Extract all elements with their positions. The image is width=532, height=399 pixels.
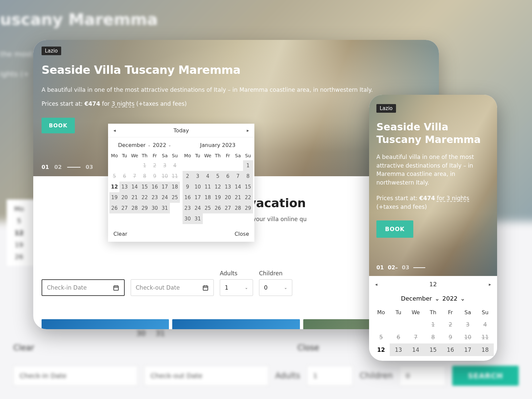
m-hero-pager[interactable]: 01 02– 03 [376,264,425,271]
dp-day[interactable]: 29 [140,203,150,213]
dp-day: 1 [140,160,150,171]
dp-day[interactable]: 18 [170,182,180,192]
adults-select[interactable]: 1 ⌄ [220,279,253,296]
dp-day[interactable]: 24 [160,192,170,203]
dp-day[interactable]: 29 [243,203,253,213]
datepicker-popup: ◂ Today ▸ December⌄ 2022⌄MoTuWeThFrSaSu1… [108,124,254,242]
dp-day[interactable]: 6 [223,171,233,182]
m-dp-day[interactable]: 16 [442,343,459,356]
dp-day[interactable]: 28 [233,203,243,213]
dp-day[interactable]: 19 [109,192,119,203]
m-dp-next-button[interactable]: ▸ [489,282,491,287]
dp-day[interactable]: 18 [203,192,213,203]
dp-month-title[interactable]: December⌄ 2022⌄ [109,139,180,151]
dp-day[interactable]: 26 [109,203,119,213]
dp-day[interactable]: 25 [170,192,180,203]
book-button[interactable]: BOOK [42,118,75,133]
dp-day[interactable]: 14 [233,182,243,192]
checkout-input[interactable]: Check-out Date [131,279,214,296]
checkin-input[interactable]: Check-in Date [42,279,125,296]
dp-day[interactable]: 21 [233,192,243,203]
dp-dow-header: Mo [183,151,193,160]
dp-day[interactable]: 30 [150,203,160,213]
dp-day[interactable]: 31 [193,213,202,224]
chevron-down-icon: ⌄ [148,143,151,147]
m-location-tag[interactable]: Lazio [376,104,396,113]
m-dp-day: 5 [372,331,390,343]
dp-day[interactable]: 11 [203,182,213,192]
dp-day[interactable]: 3 [193,171,202,182]
dp-day[interactable]: 12 [213,182,223,192]
dp-day[interactable]: 28 [130,203,140,213]
dp-day[interactable]: 17 [160,182,170,192]
dp-close-button[interactable]: Close [234,231,249,237]
dp-day[interactable]: 27 [223,203,233,213]
dp-clear-button[interactable]: Clear [113,231,127,237]
dp-day[interactable]: 16 [183,192,193,203]
m-dp-day[interactable]: 17 [459,343,476,356]
dp-day[interactable]: 15 [140,182,150,192]
dp-day[interactable]: 22 [243,192,253,203]
m-pager-3[interactable]: 03 [402,264,409,271]
dp-day[interactable]: 1 [243,160,253,171]
dp-day: 7 [130,171,140,182]
dp-day: 4 [170,160,180,171]
dp-dow-header: Tu [193,151,202,160]
pager-2[interactable]: 02 [54,164,62,170]
dp-day[interactable]: 10 [193,182,202,192]
dp-day[interactable]: 23 [183,203,193,213]
pager-1[interactable]: 01 [42,164,49,170]
m-dp-day[interactable]: 13 [390,343,407,356]
m-dp-day: 4 [476,318,494,331]
m-pager-2[interactable]: 02– [388,264,398,271]
adults-field: Adults 1 ⌄ [220,270,253,296]
bg-clear-close: ClearClose [13,343,319,352]
dp-day[interactable]: 20 [223,192,233,203]
dp-day[interactable]: 13 [119,182,129,192]
dp-day[interactable]: 4 [203,171,213,182]
m-dp-day[interactable]: 15 [424,343,442,356]
dp-day[interactable]: 22 [140,192,150,203]
dp-today-button[interactable]: Today [174,127,189,134]
m-dp-month-title[interactable]: December⌄ 2022⌄ [369,292,497,307]
dp-prev-button[interactable]: ◂ [112,126,117,134]
m-dp-day[interactable]: 14 [407,343,424,356]
m-book-button[interactable]: BOOK [376,220,413,238]
dp-day[interactable]: 15 [243,182,253,192]
dp-day[interactable]: 27 [119,203,129,213]
m-dp-day: 1 [424,318,442,331]
m-dp-dow-header: Tu [390,307,407,318]
dp-day[interactable]: 17 [193,192,202,203]
dp-day[interactable]: 16 [150,182,160,192]
dp-day[interactable]: 24 [193,203,202,213]
dp-day[interactable]: 8 [243,171,253,182]
dp-day[interactable]: 13 [223,182,233,192]
dp-day[interactable]: 20 [119,192,129,203]
dp-day[interactable]: 26 [213,203,223,213]
dp-day[interactable]: 5 [213,171,223,182]
m-dp-day[interactable]: 18 [476,343,494,356]
dp-day[interactable]: 31 [160,203,170,213]
hero-pager[interactable]: 01 02 03 [42,164,93,170]
dp-day[interactable]: 2 [183,171,193,182]
location-tag[interactable]: Lazio [42,47,61,55]
pager-3[interactable]: 03 [86,164,93,170]
dp-day[interactable]: 14 [130,182,140,192]
m-pager-1[interactable]: 01 [376,264,384,271]
children-select[interactable]: 0 ⌄ [259,279,292,296]
dp-month-title[interactable]: January 2023 [183,139,253,151]
dp-day[interactable]: 7 [233,171,243,182]
m-pager-line [413,267,425,268]
dp-day[interactable]: 12 [109,182,119,192]
dp-day[interactable]: 30 [183,213,193,224]
dp-day[interactable]: 21 [130,192,140,203]
dp-day[interactable]: 19 [213,192,223,203]
dp-day[interactable]: 25 [203,203,213,213]
dp-day[interactable]: 23 [150,192,160,203]
m-dp-prev-button[interactable]: ◂ [375,282,377,287]
dp-day[interactable]: 9 [183,182,193,192]
m-dp-day[interactable]: 12 [372,343,390,356]
dp-next-button[interactable]: ▸ [245,126,250,134]
bg-trail-dates: 3031 [136,329,165,337]
m-dp-today-button[interactable]: 12 [429,281,437,288]
